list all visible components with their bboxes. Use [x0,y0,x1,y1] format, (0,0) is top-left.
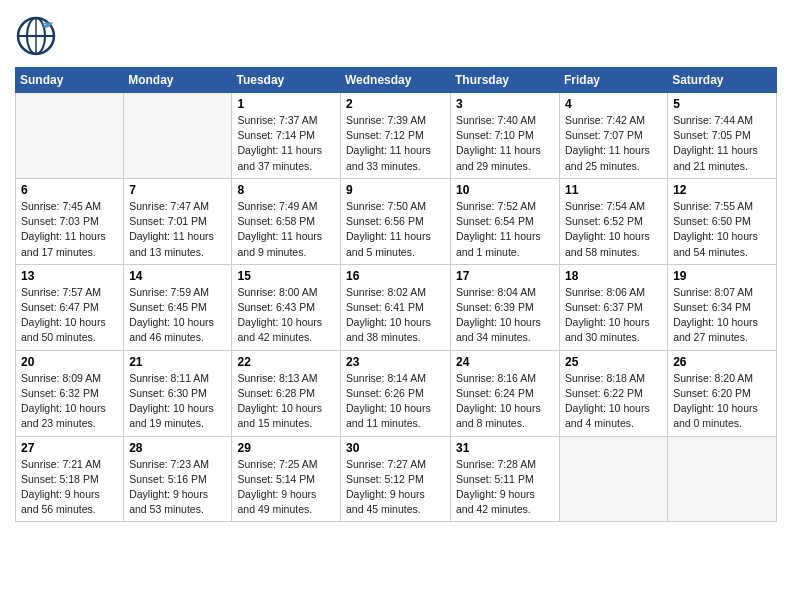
day-info: Sunrise: 8:00 AM Sunset: 6:43 PM Dayligh… [237,285,335,346]
day-number: 4 [565,97,662,111]
day-info: Sunrise: 7:50 AM Sunset: 6:56 PM Dayligh… [346,199,445,260]
day-info: Sunrise: 7:47 AM Sunset: 7:01 PM Dayligh… [129,199,226,260]
day-number: 3 [456,97,554,111]
day-number: 31 [456,441,554,455]
calendar-cell: 13Sunrise: 7:57 AM Sunset: 6:47 PM Dayli… [16,264,124,350]
day-info: Sunrise: 8:04 AM Sunset: 6:39 PM Dayligh… [456,285,554,346]
calendar-cell [16,93,124,179]
page-header [15,15,777,57]
day-info: Sunrise: 7:28 AM Sunset: 5:11 PM Dayligh… [456,457,554,518]
day-info: Sunrise: 8:06 AM Sunset: 6:37 PM Dayligh… [565,285,662,346]
calendar-week-row: 6Sunrise: 7:45 AM Sunset: 7:03 PM Daylig… [16,178,777,264]
day-number: 17 [456,269,554,283]
day-info: Sunrise: 7:37 AM Sunset: 7:14 PM Dayligh… [237,113,335,174]
calendar-cell: 9Sunrise: 7:50 AM Sunset: 6:56 PM Daylig… [341,178,451,264]
day-number: 15 [237,269,335,283]
day-number: 19 [673,269,771,283]
calendar-cell: 4Sunrise: 7:42 AM Sunset: 7:07 PM Daylig… [560,93,668,179]
day-info: Sunrise: 8:02 AM Sunset: 6:41 PM Dayligh… [346,285,445,346]
day-number: 6 [21,183,118,197]
weekday-header-saturday: Saturday [668,68,777,93]
day-info: Sunrise: 8:11 AM Sunset: 6:30 PM Dayligh… [129,371,226,432]
calendar-cell: 19Sunrise: 8:07 AM Sunset: 6:34 PM Dayli… [668,264,777,350]
day-number: 5 [673,97,771,111]
calendar-cell: 26Sunrise: 8:20 AM Sunset: 6:20 PM Dayli… [668,350,777,436]
calendar-cell: 17Sunrise: 8:04 AM Sunset: 6:39 PM Dayli… [451,264,560,350]
calendar-cell: 1Sunrise: 7:37 AM Sunset: 7:14 PM Daylig… [232,93,341,179]
weekday-header-friday: Friday [560,68,668,93]
day-info: Sunrise: 7:27 AM Sunset: 5:12 PM Dayligh… [346,457,445,518]
calendar-table: SundayMondayTuesdayWednesdayThursdayFrid… [15,67,777,522]
day-info: Sunrise: 7:42 AM Sunset: 7:07 PM Dayligh… [565,113,662,174]
calendar-cell: 31Sunrise: 7:28 AM Sunset: 5:11 PM Dayli… [451,436,560,522]
logo-icon [15,15,57,57]
weekday-header-tuesday: Tuesday [232,68,341,93]
day-number: 14 [129,269,226,283]
day-info: Sunrise: 7:57 AM Sunset: 6:47 PM Dayligh… [21,285,118,346]
calendar-cell: 7Sunrise: 7:47 AM Sunset: 7:01 PM Daylig… [124,178,232,264]
day-info: Sunrise: 7:39 AM Sunset: 7:12 PM Dayligh… [346,113,445,174]
day-number: 20 [21,355,118,369]
day-number: 8 [237,183,335,197]
day-number: 27 [21,441,118,455]
day-number: 2 [346,97,445,111]
day-info: Sunrise: 7:59 AM Sunset: 6:45 PM Dayligh… [129,285,226,346]
day-info: Sunrise: 7:54 AM Sunset: 6:52 PM Dayligh… [565,199,662,260]
day-info: Sunrise: 8:18 AM Sunset: 6:22 PM Dayligh… [565,371,662,432]
calendar-week-row: 1Sunrise: 7:37 AM Sunset: 7:14 PM Daylig… [16,93,777,179]
calendar-cell [124,93,232,179]
weekday-header-wednesday: Wednesday [341,68,451,93]
calendar-cell: 27Sunrise: 7:21 AM Sunset: 5:18 PM Dayli… [16,436,124,522]
calendar-cell: 12Sunrise: 7:55 AM Sunset: 6:50 PM Dayli… [668,178,777,264]
day-number: 18 [565,269,662,283]
calendar-cell: 21Sunrise: 8:11 AM Sunset: 6:30 PM Dayli… [124,350,232,436]
day-info: Sunrise: 7:40 AM Sunset: 7:10 PM Dayligh… [456,113,554,174]
calendar-week-row: 27Sunrise: 7:21 AM Sunset: 5:18 PM Dayli… [16,436,777,522]
calendar-header-row: SundayMondayTuesdayWednesdayThursdayFrid… [16,68,777,93]
calendar-cell: 16Sunrise: 8:02 AM Sunset: 6:41 PM Dayli… [341,264,451,350]
calendar-cell: 22Sunrise: 8:13 AM Sunset: 6:28 PM Dayli… [232,350,341,436]
day-number: 11 [565,183,662,197]
weekday-header-sunday: Sunday [16,68,124,93]
day-number: 28 [129,441,226,455]
day-info: Sunrise: 8:16 AM Sunset: 6:24 PM Dayligh… [456,371,554,432]
day-info: Sunrise: 8:13 AM Sunset: 6:28 PM Dayligh… [237,371,335,432]
day-info: Sunrise: 7:52 AM Sunset: 6:54 PM Dayligh… [456,199,554,260]
calendar-week-row: 13Sunrise: 7:57 AM Sunset: 6:47 PM Dayli… [16,264,777,350]
calendar-cell: 14Sunrise: 7:59 AM Sunset: 6:45 PM Dayli… [124,264,232,350]
day-number: 30 [346,441,445,455]
day-info: Sunrise: 8:14 AM Sunset: 6:26 PM Dayligh… [346,371,445,432]
calendar-cell: 24Sunrise: 8:16 AM Sunset: 6:24 PM Dayli… [451,350,560,436]
day-info: Sunrise: 8:07 AM Sunset: 6:34 PM Dayligh… [673,285,771,346]
day-number: 1 [237,97,335,111]
day-number: 24 [456,355,554,369]
calendar-cell: 5Sunrise: 7:44 AM Sunset: 7:05 PM Daylig… [668,93,777,179]
day-number: 25 [565,355,662,369]
day-info: Sunrise: 7:25 AM Sunset: 5:14 PM Dayligh… [237,457,335,518]
calendar-cell: 23Sunrise: 8:14 AM Sunset: 6:26 PM Dayli… [341,350,451,436]
calendar-cell: 29Sunrise: 7:25 AM Sunset: 5:14 PM Dayli… [232,436,341,522]
calendar-cell: 30Sunrise: 7:27 AM Sunset: 5:12 PM Dayli… [341,436,451,522]
calendar-cell: 11Sunrise: 7:54 AM Sunset: 6:52 PM Dayli… [560,178,668,264]
calendar-cell: 8Sunrise: 7:49 AM Sunset: 6:58 PM Daylig… [232,178,341,264]
calendar-cell [560,436,668,522]
calendar-cell: 10Sunrise: 7:52 AM Sunset: 6:54 PM Dayli… [451,178,560,264]
day-number: 29 [237,441,335,455]
logo [15,15,59,57]
weekday-header-thursday: Thursday [451,68,560,93]
calendar-cell: 25Sunrise: 8:18 AM Sunset: 6:22 PM Dayli… [560,350,668,436]
day-info: Sunrise: 7:23 AM Sunset: 5:16 PM Dayligh… [129,457,226,518]
day-number: 10 [456,183,554,197]
calendar-week-row: 20Sunrise: 8:09 AM Sunset: 6:32 PM Dayli… [16,350,777,436]
calendar-cell: 6Sunrise: 7:45 AM Sunset: 7:03 PM Daylig… [16,178,124,264]
calendar-cell: 3Sunrise: 7:40 AM Sunset: 7:10 PM Daylig… [451,93,560,179]
day-number: 21 [129,355,226,369]
day-info: Sunrise: 7:49 AM Sunset: 6:58 PM Dayligh… [237,199,335,260]
day-number: 9 [346,183,445,197]
day-number: 13 [21,269,118,283]
calendar-cell [668,436,777,522]
day-number: 12 [673,183,771,197]
day-number: 23 [346,355,445,369]
weekday-header-monday: Monday [124,68,232,93]
day-info: Sunrise: 7:45 AM Sunset: 7:03 PM Dayligh… [21,199,118,260]
